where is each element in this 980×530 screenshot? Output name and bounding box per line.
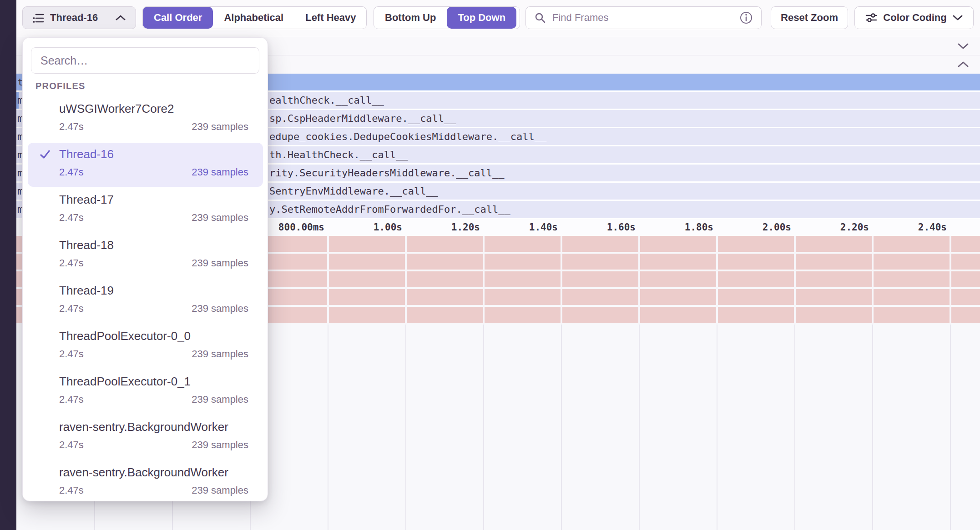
segment-alphabetical[interactable]: Alphabetical <box>213 7 294 29</box>
segment-bottom-up[interactable]: Bottom Up <box>374 7 447 29</box>
chevron-up-icon[interactable] <box>956 60 970 69</box>
profile-item-thread-16[interactable]: Thread-162.47s239 samples <box>23 141 268 186</box>
profile-item-thread-18[interactable]: Thread-182.47s239 samples <box>23 232 268 277</box>
profile-name: raven-sentry.BackgroundWorker <box>59 420 228 434</box>
frame-label: ealthCheck.__call__ <box>269 92 384 109</box>
profile-item-uwsgiworker7core2[interactable]: uWSGIWorker7Core22.47s239 samples <box>23 95 268 141</box>
segment-call-order[interactable]: Call Order <box>143 7 213 29</box>
thread-selector-label: Thread-16 <box>50 12 98 24</box>
gridline <box>717 325 717 530</box>
time-tick-label: 2.20s <box>840 219 869 236</box>
gridline <box>639 325 640 530</box>
profile-item-thread-19[interactable]: Thread-192.47s239 samples <box>23 277 268 323</box>
time-tick-label: 1.00s <box>374 219 402 236</box>
profile-samples: 239 samples <box>192 348 248 360</box>
profile-item-threadpoolexecutor-0-1[interactable]: ThreadPoolExecutor-0_12.47s239 samples <box>23 368 268 414</box>
gridline <box>716 236 718 325</box>
profile-item-raven-sentry-backgroundworker[interactable]: raven-sentry.BackgroundWorker2.47s239 sa… <box>23 414 268 459</box>
profile-duration: 2.47s <box>59 439 84 451</box>
thread-selector-button[interactable]: Thread-16 <box>22 6 136 29</box>
profile-duration: 2.47s <box>59 121 84 133</box>
reset-zoom-button[interactable]: Reset Zoom <box>771 6 848 29</box>
time-tick-label: 800.00ms <box>278 219 324 236</box>
profile-name: uWSGIWorker7Core2 <box>59 102 174 116</box>
time-tick-label: 2.00s <box>763 219 791 236</box>
profile-samples: 239 samples <box>192 439 248 451</box>
sliders-icon <box>865 12 878 24</box>
profile-item-raven-sentry-backgroundworker[interactable]: raven-sentry.BackgroundWorker2.47s239 sa… <box>23 459 268 505</box>
frame-label: th.HealthCheck.__call__ <box>269 146 408 163</box>
thread-selector-dropdown: PROFILES uWSGIWorker7Core22.47s239 sampl… <box>22 37 268 501</box>
segment-top-down[interactable]: Top Down <box>447 7 516 29</box>
profile-samples: 239 samples <box>192 166 248 178</box>
gridline <box>638 236 640 325</box>
gridline <box>950 325 951 530</box>
profile-samples: 239 samples <box>192 303 248 315</box>
find-frames-box <box>525 6 762 29</box>
profile-item-thread-17[interactable]: Thread-172.47s239 samples <box>23 186 268 232</box>
gridline <box>405 325 406 530</box>
profile-duration: 2.47s <box>59 485 84 496</box>
profiler-app: Thread-16 Call OrderAlphabeticalLeft Hea… <box>0 0 980 530</box>
profile-samples: 239 samples <box>192 121 248 133</box>
profile-name: Thread-19 <box>59 284 114 298</box>
gridline <box>483 236 485 325</box>
frame-label: sp.CspHeaderMiddleware.__call__ <box>269 110 456 127</box>
profile-name: Thread-16 <box>59 147 114 161</box>
gridline <box>327 236 329 325</box>
list-icon <box>32 12 45 24</box>
profile-duration: 2.47s <box>59 212 84 224</box>
gridline <box>872 325 873 530</box>
search-icon <box>534 12 546 24</box>
gridline <box>872 236 874 325</box>
profile-duration: 2.47s <box>59 166 84 178</box>
gridline <box>328 325 328 530</box>
profile-name: ThreadPoolExecutor-0_0 <box>59 329 191 343</box>
profile-samples: 239 samples <box>192 394 248 405</box>
direction-segmented-control: Bottom UpTop Down <box>374 6 520 29</box>
time-tick-label: 1.80s <box>685 219 713 236</box>
dropdown-search-input[interactable] <box>31 47 259 74</box>
profile-samples: 239 samples <box>192 485 248 496</box>
profile-duration: 2.47s <box>59 303 84 315</box>
profile-duration: 2.47s <box>59 257 84 269</box>
profile-item-threadpoolexecutor-0-0[interactable]: ThreadPoolExecutor-0_02.47s239 samples <box>23 323 268 368</box>
color-coding-button[interactable]: Color Coding <box>854 6 974 29</box>
gridline <box>561 236 562 325</box>
gridline <box>405 236 407 325</box>
profile-name: ThreadPoolExecutor-0_1 <box>59 375 191 389</box>
frame-label: rity.SecurityHeadersMiddleware.__call__ <box>269 165 505 181</box>
info-icon[interactable] <box>739 11 753 25</box>
profile-duration: 2.47s <box>59 394 84 405</box>
profiles-section-label: PROFILES <box>35 81 86 91</box>
profile-name: Thread-17 <box>59 193 114 207</box>
gridline <box>561 325 562 530</box>
segment-left-heavy[interactable]: Left Heavy <box>294 7 367 29</box>
profile-samples: 239 samples <box>192 257 248 269</box>
frame-label: y.SetRemoteAddrFromForwardedFor.__call__ <box>269 201 510 218</box>
gridline <box>483 325 484 530</box>
time-tick-label: 1.40s <box>529 219 558 236</box>
chevron-down-icon <box>952 15 963 21</box>
color-coding-label: Color Coding <box>883 12 946 24</box>
time-tick-label: 1.60s <box>607 219 636 236</box>
chevron-up-icon <box>115 14 126 21</box>
chevron-down-icon[interactable] <box>956 42 970 50</box>
time-tick-label: 1.20s <box>451 219 480 236</box>
profile-duration: 2.47s <box>59 348 84 360</box>
profile-name: raven-sentry.BackgroundWorker <box>59 465 228 480</box>
profile-name: Thread-18 <box>59 238 114 252</box>
time-tick-label: 2.40s <box>918 219 947 236</box>
profile-samples: 239 samples <box>192 212 248 224</box>
gridline <box>950 236 951 325</box>
toolbar: Thread-16 Call OrderAlphabeticalLeft Hea… <box>16 0 980 37</box>
gridline <box>794 325 795 530</box>
find-frames-input[interactable] <box>551 11 734 24</box>
frame-label: edupe_cookies.DedupeCookiesMiddleware.__… <box>269 128 546 145</box>
frame-label: SentryEnvMiddleware.__call__ <box>269 183 438 200</box>
gridline <box>794 236 796 325</box>
profiles-list: uWSGIWorker7Core22.47s239 samplesThread-… <box>23 95 268 505</box>
checkmark-icon <box>39 149 51 160</box>
sort-segmented-control: Call OrderAlphabeticalLeft Heavy <box>142 6 367 29</box>
left-dark-rail <box>0 0 16 530</box>
